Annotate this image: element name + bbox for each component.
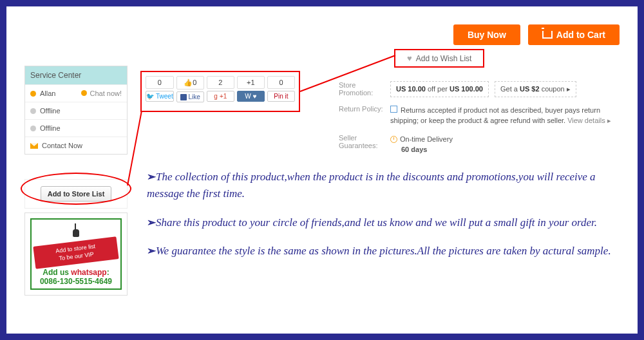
product-info-table: Store Promotion: US 10.00 off per US 100… — [339, 77, 620, 159]
view-details-link[interactable]: View details ▸ — [567, 117, 611, 124]
service-name: Allan — [40, 90, 55, 97]
seller-guarantees-text: On-time Delivery 60 days — [390, 134, 620, 155]
fb-like-count: 👍0 — [176, 76, 204, 90]
bullet-icon: ➢ — [147, 245, 156, 257]
vk-icon: W — [245, 93, 251, 100]
gplus-count: 2 — [207, 76, 234, 89]
gplus-button[interactable]: g+1 — [207, 91, 234, 102]
cursor-icon — [70, 223, 82, 239]
vk-count: +1 — [237, 76, 265, 89]
promo-notes: ➢The collection of this product,when the… — [147, 169, 620, 271]
status-dot-offline-icon — [30, 126, 36, 131]
add-to-cart-button[interactable]: Add to Cart — [528, 24, 620, 45]
gplus-icon: g — [214, 93, 218, 100]
seller-guarantees-label: SellerGuarantees: — [339, 134, 390, 155]
fb-like-button[interactable]: Like — [176, 91, 204, 102]
cart-icon — [542, 31, 553, 39]
whatsapp-line: Add us whatsapp: — [34, 268, 118, 277]
heart-icon: ♥ — [407, 53, 412, 63]
wish-label: Add to Wish List — [416, 54, 472, 63]
twitter-icon: 🐦 — [146, 93, 154, 100]
service-name: Offline — [40, 107, 61, 115]
vip-tag: Add to store list To be our VIP — [33, 236, 118, 269]
status-dot-online-icon — [30, 91, 36, 97]
bullet-icon: ➢ — [147, 216, 156, 229]
chat-now-badge: Chat now! — [81, 90, 122, 97]
service-center-panel: Service Center Allan Chat now! Offline O… — [24, 66, 128, 155]
facebook-icon — [180, 94, 187, 100]
share-box: 0 🐦Tweet 👍0 Like 2 g+1 +1 W♥ 0 Pin it — [140, 71, 300, 112]
promo-pill[interactable]: US 10.00 off per US 100.00 — [390, 81, 489, 97]
vip-promo-card: Add to store list To be our VIP Add us w… — [24, 212, 128, 296]
pinit-button[interactable]: Pin it — [267, 91, 295, 102]
add-to-wish-list-button[interactable]: ♥ Add to Wish List — [394, 49, 484, 68]
service-row-offline: Offline — [25, 102, 127, 119]
status-dot-offline-icon — [30, 108, 36, 114]
tweet-count: 0 — [146, 76, 174, 89]
service-row-allan[interactable]: Allan Chat now! — [25, 84, 127, 102]
return-icon — [390, 106, 397, 113]
heart-icon: ♥ — [253, 93, 257, 100]
mail-icon — [30, 143, 38, 149]
return-policy-text: Returns accepted if product not as descr… — [390, 105, 620, 126]
contact-now-link[interactable]: Contact Now — [25, 137, 127, 154]
add-to-cart-label: Add to Cart — [556, 30, 605, 40]
coupon-pill[interactable]: Get a US $2 coupon ▸ — [495, 81, 576, 97]
vk-button[interactable]: W♥ — [237, 91, 265, 102]
clock-icon — [390, 136, 397, 143]
service-center-header: Service Center — [25, 66, 127, 84]
bullet-icon: ➢ — [147, 171, 156, 183]
annotation-oval — [21, 173, 131, 205]
buy-now-button[interactable]: Buy Now — [453, 24, 520, 45]
store-promotion-label: Store Promotion: — [339, 81, 390, 97]
pin-count: 0 — [267, 76, 295, 89]
return-policy-label: Return Policy: — [339, 105, 390, 126]
svg-line-0 — [128, 111, 142, 185]
status-dot-online-icon — [81, 90, 87, 96]
vip-promo-inner: Add to store list To be our VIP Add us w… — [30, 218, 122, 290]
service-name: Offline — [40, 124, 61, 132]
whatsapp-number: 0086-130-5515-4649 — [34, 277, 118, 286]
service-row-offline: Offline — [25, 119, 127, 137]
contact-label: Contact Now — [42, 142, 82, 149]
tweet-button[interactable]: 🐦Tweet — [146, 91, 174, 102]
